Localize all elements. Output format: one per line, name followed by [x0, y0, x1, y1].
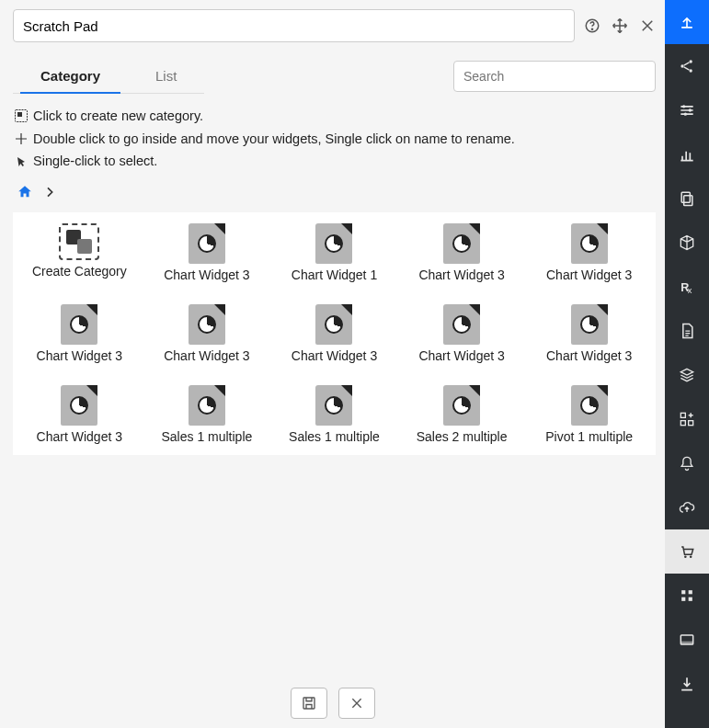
widget-item[interactable]: Chart Widget 3 — [401, 304, 523, 363]
chart-file-icon — [443, 223, 480, 264]
chart-file-icon — [315, 223, 352, 264]
chart-file-icon — [443, 304, 480, 345]
svg-point-9 — [689, 108, 692, 111]
breadcrumb — [13, 180, 656, 212]
create-category-hint-icon — [15, 109, 28, 122]
hint-text: Click to create new category. — [33, 105, 203, 128]
grid-icon[interactable] — [665, 574, 709, 618]
svg-rect-22 — [681, 597, 685, 601]
create-category-item[interactable]: Create Category — [18, 223, 141, 282]
panel-icon[interactable] — [665, 618, 709, 662]
chart-file-icon — [571, 223, 608, 264]
apps-add-icon[interactable] — [665, 397, 709, 441]
grid-item-label: Chart Widget 3 — [418, 267, 504, 282]
create-category-icon — [59, 223, 99, 260]
cube-icon[interactable] — [665, 221, 709, 265]
tab-category[interactable]: Category — [13, 59, 128, 93]
move-icon[interactable] — [612, 17, 628, 34]
chart-file-icon — [571, 304, 608, 345]
grid-item-label: Create Category — [32, 264, 127, 279]
grid-item-label: Chart Widget 3 — [546, 348, 632, 363]
widget-item[interactable]: Chart Widget 3 — [18, 304, 141, 363]
chart-file-icon — [443, 385, 480, 426]
cancel-button[interactable] — [338, 688, 375, 719]
svg-rect-16 — [680, 421, 685, 426]
sliders-icon[interactable] — [665, 88, 709, 132]
grid-item-label: Chart Widget 1 — [292, 267, 377, 282]
grid-item-label: Chart Widget 3 — [37, 429, 122, 444]
share-icon[interactable] — [665, 44, 709, 88]
svg-rect-20 — [681, 590, 685, 594]
chart-file-icon — [571, 385, 608, 426]
right-sidebar: Rx — [665, 0, 709, 728]
svg-point-18 — [684, 556, 687, 559]
widget-item[interactable]: Chart Widget 3 — [528, 223, 650, 282]
svg-rect-17 — [689, 421, 693, 426]
hint-text: Single-click to select. — [33, 150, 157, 173]
svg-rect-25 — [680, 642, 692, 644]
widget-item[interactable]: Chart Widget 3 — [146, 223, 269, 282]
close-icon[interactable] — [639, 17, 656, 34]
chart-file-icon — [315, 304, 352, 345]
chart-file-icon — [189, 385, 225, 426]
svg-rect-3 — [17, 112, 22, 117]
cart-icon[interactable] — [665, 529, 709, 574]
svg-rect-11 — [684, 196, 692, 206]
grid-item-label: Chart Widget 3 — [37, 348, 122, 363]
svg-point-5 — [680, 64, 683, 67]
svg-point-19 — [690, 556, 692, 559]
widget-item[interactable]: Chart Widget 3 — [401, 223, 523, 282]
widget-item[interactable]: Chart Widget 3 — [146, 304, 269, 363]
svg-text:x: x — [688, 286, 692, 295]
bell-icon[interactable] — [665, 441, 709, 485]
grid-item-label: Chart Widget 3 — [546, 267, 632, 282]
help-icon[interactable] — [584, 17, 600, 34]
search-input[interactable] — [453, 61, 656, 92]
svg-point-6 — [690, 60, 692, 63]
svg-point-1 — [591, 28, 592, 29]
widget-grid: Create CategoryChart Widget 3Chart Widge… — [13, 212, 656, 455]
widget-item[interactable]: Chart Widget 1 — [273, 223, 395, 282]
home-icon[interactable] — [17, 184, 33, 205]
widget-item[interactable]: Sales 1 multiple — [273, 385, 395, 444]
chart-file-icon — [61, 304, 97, 345]
hint-text: Double click to go inside and move your … — [33, 128, 515, 151]
title-input[interactable] — [13, 9, 575, 42]
select-hint-icon — [15, 155, 28, 168]
widget-item[interactable]: Sales 1 multiple — [146, 385, 269, 444]
hints: Click to create new category. Double cli… — [13, 97, 656, 180]
widget-item[interactable]: Pivot 1 multiple — [528, 385, 650, 444]
move-hint-icon — [15, 132, 28, 145]
tab-list[interactable]: List — [128, 59, 204, 93]
chart-file-icon — [315, 385, 352, 426]
upload-icon[interactable] — [665, 0, 709, 44]
rx-icon[interactable]: Rx — [665, 265, 709, 309]
cloud-upload-icon[interactable] — [665, 485, 709, 529]
grid-item-label: Chart Widget 3 — [418, 348, 504, 363]
grid-item-label: Sales 1 multiple — [161, 429, 252, 444]
download-icon[interactable] — [665, 662, 709, 706]
svg-point-8 — [682, 105, 685, 108]
chart-file-icon — [61, 385, 97, 426]
widget-item[interactable]: Chart Widget 3 — [528, 304, 650, 363]
widget-item[interactable]: Chart Widget 3 — [18, 385, 141, 444]
svg-rect-12 — [681, 192, 690, 202]
widget-item[interactable]: Sales 2 multiple — [401, 385, 523, 444]
bar-chart-icon[interactable] — [665, 132, 709, 176]
grid-item-label: Chart Widget 3 — [164, 267, 249, 282]
save-button[interactable] — [291, 688, 327, 719]
widget-item[interactable]: Chart Widget 3 — [273, 304, 395, 363]
copy-icon[interactable] — [665, 176, 709, 221]
grid-item-label: Chart Widget 3 — [164, 348, 249, 363]
grid-item-label: Sales 2 multiple — [417, 429, 508, 444]
chevron-right-icon — [42, 185, 57, 204]
chart-file-icon — [189, 223, 225, 264]
svg-point-10 — [684, 113, 687, 116]
document-icon[interactable] — [665, 309, 709, 353]
chart-file-icon — [189, 304, 225, 345]
grid-item-label: Pivot 1 multiple — [545, 429, 633, 444]
layers-icon[interactable] — [665, 353, 709, 397]
grid-item-label: Sales 1 multiple — [289, 429, 380, 444]
svg-rect-23 — [689, 597, 692, 601]
svg-rect-21 — [689, 590, 692, 594]
